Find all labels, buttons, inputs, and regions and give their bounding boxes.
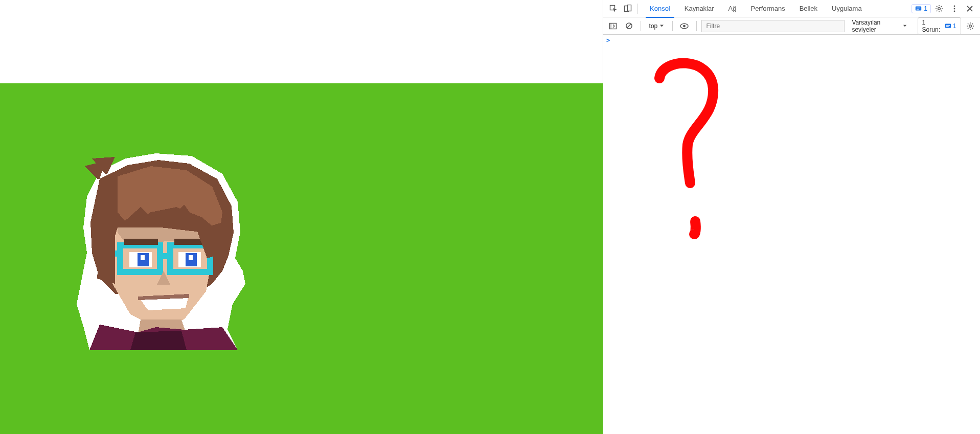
top-issues-chip[interactable]: 1 (911, 4, 931, 13)
issues-label: 1 Sorun: (922, 19, 942, 33)
page-viewport (0, 0, 603, 434)
console-body[interactable]: > (603, 35, 980, 434)
svg-point-31 (969, 25, 972, 27)
clear-console-icon[interactable] (622, 19, 635, 33)
devtools-panel: Konsol Kaynaklar Ağ Performans Bellek Uy… (603, 0, 980, 434)
tab-performans[interactable]: Performans (743, 0, 792, 17)
svg-point-18 (938, 7, 941, 10)
svg-rect-8 (141, 255, 145, 260)
live-expression-icon[interactable] (678, 19, 691, 33)
svg-point-21 (954, 10, 955, 12)
close-devtools-icon[interactable] (963, 2, 977, 16)
message-icon (945, 22, 951, 29)
devtools-tabs-row: Konsol Kaynaklar Ağ Performans Bellek Uy… (603, 0, 980, 17)
log-levels-label: Varsayılan seviyeler (852, 19, 901, 33)
svg-rect-16 (917, 8, 920, 8)
svg-rect-2 (160, 253, 170, 259)
execution-context-select[interactable]: top (646, 21, 668, 31)
annotation-question-mark (624, 50, 736, 265)
console-settings-icon[interactable] (964, 19, 977, 33)
issues-pill[interactable]: 1 Sorun: 1 (918, 17, 961, 35)
device-toolbar-icon[interactable] (621, 2, 635, 16)
tab-kaynaklar[interactable]: Kaynaklar (677, 0, 721, 17)
tab-konsol[interactable]: Konsol (643, 0, 677, 17)
svg-rect-23 (609, 23, 611, 29)
svg-rect-9 (189, 255, 193, 260)
svg-rect-30 (946, 26, 949, 27)
kebab-menu-icon[interactable] (947, 2, 962, 16)
console-filter-input[interactable] (701, 20, 845, 32)
issues-small-count: 1 (953, 22, 956, 30)
inspect-element-icon[interactable] (606, 2, 621, 16)
devtools-tabs: Konsol Kaynaklar Ağ Performans Bellek Uy… (643, 0, 883, 17)
execution-context-label: top (649, 22, 658, 30)
pixel-avatar (69, 151, 261, 353)
svg-rect-3 (114, 250, 121, 257)
console-toolbar: top Varsayılan seviyeler 1 Sorun: 1 (603, 17, 980, 35)
chevron-down-icon (903, 24, 907, 28)
svg-rect-29 (946, 25, 950, 26)
svg-point-19 (954, 5, 955, 7)
tabs-overflow-icon[interactable] (869, 0, 883, 17)
svg-rect-15 (916, 6, 921, 10)
log-levels-select[interactable]: Varsayılan seviyeler (848, 18, 911, 34)
settings-icon[interactable] (932, 2, 946, 16)
tab-ag[interactable]: Ağ (721, 0, 744, 17)
svg-rect-10 (124, 239, 158, 245)
tab-bellek[interactable]: Bellek (792, 0, 825, 17)
svg-rect-28 (945, 24, 951, 28)
svg-point-20 (954, 8, 955, 9)
tab-uygulama[interactable]: Uygulama (825, 0, 869, 17)
top-issues-count: 1 (924, 5, 927, 12)
toggle-sidebar-icon[interactable] (606, 19, 619, 33)
svg-rect-17 (917, 9, 919, 9)
svg-point-27 (683, 25, 686, 27)
chevron-down-icon (659, 24, 664, 28)
svg-rect-14 (628, 5, 631, 11)
prompt-caret: > (606, 37, 610, 44)
svg-line-25 (627, 24, 631, 28)
console-prompt-row[interactable]: > (603, 35, 980, 46)
